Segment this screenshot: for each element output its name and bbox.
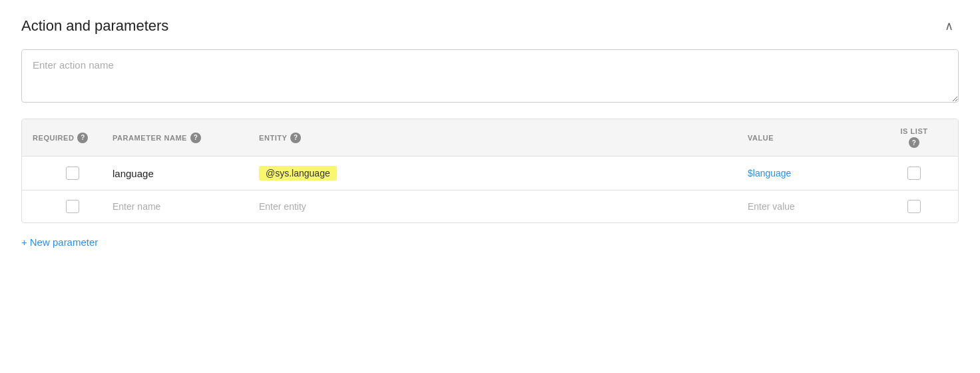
required-checkbox-row2[interactable] [66,200,79,213]
col-header-value: VALUE [748,134,881,142]
table-row: language @sys.language $language [22,157,958,190]
collapse-icon[interactable]: ∧ [939,16,959,36]
parameter-name-placeholder-row2[interactable]: Enter name [113,201,259,212]
entity-placeholder-row2[interactable]: Enter entity [259,201,748,212]
action-name-input[interactable] [21,49,959,103]
required-help-icon[interactable]: ? [77,133,88,143]
parameters-table: REQUIRED ? PARAMETER NAME ? ENTITY ? VAL… [21,119,959,223]
value-placeholder-row2[interactable]: Enter value [748,201,881,212]
new-parameter-prefix: + [21,236,27,248]
is-list-checkbox-row2[interactable] [907,200,921,213]
col-header-entity: ENTITY ? [259,133,748,143]
parameter-name-help-icon[interactable]: ? [190,133,201,143]
is-list-cell-row2 [881,200,947,213]
entity-help-icon[interactable]: ? [290,133,301,143]
is-list-cell-row1 [881,167,947,180]
new-parameter-button[interactable]: + New parameter [21,234,98,250]
is-list-help-icon[interactable]: ? [909,137,919,148]
table-header: REQUIRED ? PARAMETER NAME ? ENTITY ? VAL… [22,119,958,157]
table-row: Enter name Enter entity Enter value [22,190,958,222]
col-header-parameter-name: PARAMETER NAME ? [113,133,259,143]
value-link-row1[interactable]: $language [748,168,791,179]
required-checkbox-cell-row2 [33,200,113,213]
required-checkbox-cell [33,167,113,180]
col-header-is-list: IS LIST ? [881,127,947,148]
entity-cell-row1: @sys.language [259,166,748,181]
entity-tag-row1: @sys.language [259,166,337,181]
new-parameter-label: New parameter [30,236,99,248]
required-checkbox-row1[interactable] [66,167,79,180]
parameter-name-row1: language [113,168,259,179]
is-list-checkbox-row1[interactable] [907,167,921,180]
section-title: Action and parameters [21,17,168,35]
col-header-required: REQUIRED ? [33,133,113,143]
value-cell-row1: $language [748,167,881,179]
